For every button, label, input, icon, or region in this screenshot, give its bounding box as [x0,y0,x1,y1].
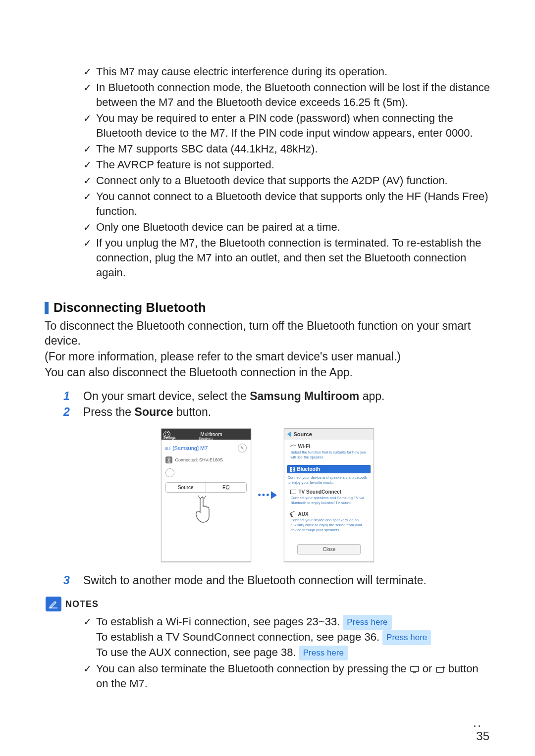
check-icon: ✓ [83,661,96,691]
step-1: 1 On your smart device, select the Samsu… [63,389,490,403]
step-3: 3 Switch to another mode and the Bluetoo… [63,573,490,588]
segment-control: Source EQ [165,482,247,493]
check-icon: ✓ [83,220,96,235]
svg-rect-2 [436,667,443,672]
step-number: 1 [63,389,83,403]
list-item: ✓Only one Bluetooth device can be paired… [83,220,490,235]
list-item: ✓You cannot connect to a Bluetooth devic… [83,189,490,219]
list-item: ✓If you unplug the M7, the Bluetooth con… [83,236,490,280]
check-icon: ✓ [83,173,96,188]
source-option-aux: AUX Connect your device and speakers via… [287,509,371,537]
tap-hand-icon [192,495,220,524]
bluetooth-icon [165,456,172,463]
check-icon: ✓ [83,189,96,219]
heading-bar-icon [45,302,49,314]
list-item: ✓This M7 may cause electric interference… [83,64,490,79]
source-option-wifi: Wi-Fi Select the function that is suitab… [287,442,371,464]
body-text: To disconnect the Bluetooth connection, … [45,318,490,348]
speaker-list-icon: ≡♪ [165,446,171,451]
check-icon: ✓ [83,142,96,156]
aux-icon [290,511,297,517]
source-option-tvsoundconnect: TV SoundConnect Connect your speakers an… [287,487,371,509]
page-number: 35 [476,729,489,743]
press-here-link[interactable]: Press here [343,615,391,630]
connected-row: Connected: SHV-E160S [165,456,247,463]
speaker-row: ≡♪ [Samsung] M7 ✎ [165,444,247,453]
bluetooth-notes-list: ✓This M7 may cause electric interference… [83,64,490,280]
tv-icon [290,490,296,494]
panel-header: Source [284,429,374,440]
notes-header: NOTES [46,597,490,611]
check-icon: ✓ [83,614,96,660]
source-button-icon [435,665,445,673]
step-number: 2 [63,404,83,419]
multiroom-app-screenshot: Settings Multiroom Speakers ≡♪ [Samsung]… [161,428,251,562]
svg-rect-1 [413,672,416,673]
check-icon: ✓ [83,157,96,172]
illustration-screenshots: Settings Multiroom Speakers ≡♪ [Samsung]… [45,428,490,562]
step-number: 3 [63,573,83,588]
source-button: Source [166,483,207,492]
notes-pencil-icon [46,597,61,611]
back-icon [287,431,291,437]
section-heading: Disconnecting Bluetooth [45,300,490,315]
press-here-link[interactable]: Press here [299,646,348,660]
edit-icon: ✎ [238,444,247,453]
list-item: ✓You may be required to enter a PIN code… [83,111,490,141]
close-button: Close [297,544,361,554]
check-icon: ✓ [83,111,96,141]
flow-arrow-icon: ••• [258,490,277,501]
list-item: ✓The AVRCP feature is not supported. [83,157,490,172]
eq-button: EQ [206,483,246,492]
list-item: ✓Connect only to a Bluetooth device that… [83,173,490,188]
tv-button-icon [410,665,420,673]
svg-rect-0 [411,666,419,671]
check-icon: ✓ [83,236,96,280]
wifi-icon [290,443,297,450]
step-2: 2 Press the Source button. [63,404,490,419]
source-option-bluetooth-selected: Bluetooth [287,465,371,473]
press-here-link[interactable]: Press here [382,630,431,645]
bluetooth-icon [290,467,295,472]
note-item: ✓ To establish a Wi-Fi connection, see p… [83,614,490,660]
app-header: Settings Multiroom Speakers [161,429,251,440]
check-icon: ✓ [83,64,96,79]
source-panel-screenshot: Source Wi-Fi Select the function that is… [284,428,374,562]
note-item: ✓ You can also terminate the Bluetooth c… [83,661,490,691]
mute-icon [165,468,174,477]
check-icon: ✓ [83,80,96,110]
list-item: ✓In Bluetooth connection mode, the Bluet… [83,80,490,110]
list-item: ✓The M7 supports SBC data (44.1kHz, 48kH… [83,142,490,156]
body-text: (For more information, please refer to t… [45,349,490,364]
body-text: You can also disconnect the Bluetooth co… [45,365,490,380]
